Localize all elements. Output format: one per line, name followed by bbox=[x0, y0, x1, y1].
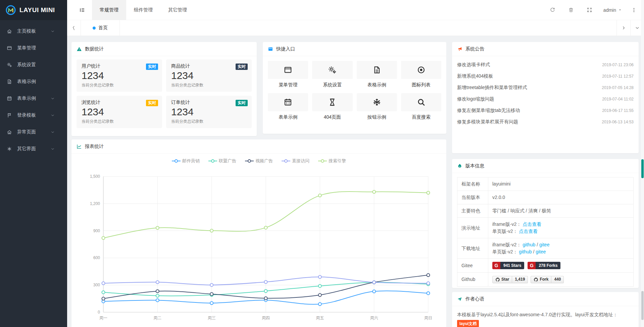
version-link[interactable]: gitee bbox=[536, 249, 546, 254]
notice-row[interactable]: 修改选项卡样式2019-07-11 23:06 bbox=[452, 59, 639, 71]
sidebar-item-4[interactable]: 表格示例 bbox=[0, 73, 67, 90]
notice-date: 2019-07-11 12:57 bbox=[602, 74, 634, 79]
chevron-down-icon bbox=[51, 96, 59, 100]
quick-entry-tile[interactable] bbox=[401, 93, 441, 111]
panel-title: 快捷入口 bbox=[276, 46, 295, 52]
version-link[interactable]: 点击查看 bbox=[523, 221, 541, 227]
calendar-icon bbox=[284, 98, 292, 107]
sidebar-item-label: 菜单管理 bbox=[17, 45, 36, 51]
version-link[interactable]: gitee bbox=[539, 242, 549, 247]
notice-row[interactable]: 修改logo缩放问题2019-07-04 11:02 bbox=[452, 93, 639, 105]
topnav-tab-1[interactable]: 常规管理 bbox=[92, 0, 126, 20]
sidebar-item-7[interactable]: 异常页面 bbox=[0, 124, 67, 140]
fullscreen-icon[interactable] bbox=[580, 7, 599, 13]
notice-row[interactable]: 修复多模块菜单栏展开有问题2019-06-13 14:53 bbox=[452, 116, 639, 128]
quick-entry-2[interactable]: 系统设置 bbox=[312, 61, 352, 88]
legend-label: 直接访问 bbox=[292, 158, 309, 164]
notice-row[interactable]: 新增treetable插件和菜单管理样式2019-07-05 14:28 bbox=[452, 82, 639, 93]
chevron-down-icon bbox=[51, 29, 59, 33]
gitee-badge[interactable]: G278 Forks bbox=[528, 262, 560, 269]
github-star-button[interactable]: Star bbox=[492, 276, 512, 283]
quick-entry-7[interactable]: 按钮示例 bbox=[357, 93, 397, 120]
refresh-icon[interactable] bbox=[543, 7, 562, 13]
quick-entry-5[interactable]: 表单示例 bbox=[268, 93, 308, 120]
topbar: 常规管理组件管理其它管理 admin bbox=[67, 0, 644, 20]
file-icon bbox=[373, 66, 381, 74]
scrollbar-thumb[interactable] bbox=[641, 159, 644, 178]
link-prefix: 单页版-v2： bbox=[492, 229, 519, 234]
gitee-badge[interactable]: G941 Stars bbox=[492, 262, 524, 269]
sidebar-item-3[interactable]: 系统设置 bbox=[0, 56, 67, 73]
author-words-body: 本模板基于layui2.5.4以及font-awesome-4.7.0进行实现。… bbox=[452, 306, 639, 327]
quick-entry-tile[interactable] bbox=[357, 93, 397, 111]
gitee-logo-icon: G bbox=[492, 262, 500, 269]
layui-doc-badge[interactable]: layui文档 bbox=[457, 320, 479, 327]
quick-entry-6[interactable]: 404页面 bbox=[312, 93, 352, 120]
version-link[interactable]: github bbox=[519, 249, 532, 254]
quick-entry-tile[interactable] bbox=[268, 93, 308, 111]
version-row-value: layuimini bbox=[488, 177, 634, 191]
github-widget: Star1,419 bbox=[492, 276, 528, 283]
tab-scroll-left-button[interactable] bbox=[67, 20, 81, 36]
quick-entry-tile[interactable] bbox=[357, 61, 397, 79]
version-link[interactable]: 点击查看 bbox=[519, 229, 538, 234]
quick-entry-tile[interactable] bbox=[312, 61, 352, 79]
ellipsis-v-icon[interactable] bbox=[627, 7, 639, 13]
octocat-icon bbox=[495, 277, 500, 282]
gears-icon bbox=[328, 66, 337, 74]
top-nav: 常规管理组件管理其它管理 bbox=[92, 0, 195, 20]
quick-entry-tile[interactable] bbox=[268, 61, 308, 79]
sidebar-item-5[interactable]: 表单示例 bbox=[0, 90, 67, 107]
fire-icon bbox=[457, 163, 462, 169]
file-icon bbox=[7, 79, 15, 84]
notice-date: 2019-07-05 14:28 bbox=[602, 85, 634, 90]
legend-item[interactable]: 视频广告 bbox=[245, 158, 273, 164]
bullhorn-icon bbox=[457, 46, 462, 52]
sidebar-item-2[interactable]: 菜单管理 bbox=[0, 40, 67, 56]
panel-quick-entry: 快捷入口 菜单管理系统设置表格示例图标列表表单示例404页面按钮示例百度搜索 bbox=[263, 42, 446, 134]
topnav-tab-3[interactable]: 其它管理 bbox=[160, 0, 195, 20]
trash-icon[interactable] bbox=[562, 7, 580, 13]
github-fork-button[interactable]: Fork bbox=[531, 276, 551, 283]
legend-item[interactable]: 联盟广告 bbox=[208, 158, 236, 164]
sidebar-item-label: 其它界面 bbox=[17, 146, 36, 152]
quick-entry-tile[interactable] bbox=[401, 61, 441, 79]
quick-entry-4[interactable]: 图标列表 bbox=[401, 61, 441, 88]
quick-entry-label: 百度搜索 bbox=[401, 114, 441, 120]
legend-item[interactable]: 搜索引擎 bbox=[318, 158, 346, 164]
menu-toggle-icon[interactable] bbox=[72, 0, 92, 20]
version-row: 主要特色零门槛 / 响应式 / 清爽 / 极简 bbox=[457, 204, 634, 218]
version-row: 下载地址iframe版-v2： github / gitee单页版-v2： gi… bbox=[457, 238, 634, 259]
stat-card-2: 商品统计1234当前分类总记录数实时 bbox=[166, 59, 252, 92]
github-count[interactable]: 1,419 bbox=[512, 276, 528, 283]
quick-entry-label: 图标列表 bbox=[401, 82, 441, 88]
quick-entry-tile[interactable] bbox=[312, 93, 352, 111]
tab-home[interactable]: 首页 bbox=[81, 20, 120, 36]
version-link[interactable]: github bbox=[523, 242, 535, 247]
version-row: 框架名称layuimini bbox=[457, 177, 634, 191]
tab-scroll-right-button[interactable] bbox=[616, 20, 630, 36]
author-line-1: 本模板基于layui2.5.4以及font-awesome-4.7.0进行实现。… bbox=[457, 310, 634, 319]
topnav-tab-2[interactable]: 组件管理 bbox=[126, 0, 160, 20]
sidebar-item-8[interactable]: 其它界面 bbox=[0, 140, 67, 157]
scrollbar-thumb-secondary[interactable] bbox=[641, 291, 644, 320]
legend-item[interactable]: 直接访问 bbox=[282, 158, 309, 164]
panel-title: 版本信息 bbox=[465, 163, 484, 169]
user-dropdown[interactable]: admin bbox=[599, 7, 627, 13]
github-count[interactable]: 440 bbox=[551, 276, 564, 283]
sidebar-item-1[interactable]: 主页模板 bbox=[0, 23, 67, 40]
realtime-badge: 实时 bbox=[236, 64, 248, 70]
notice-row[interactable]: 修复左侧菜单缩放tab无法移动2019-06-17 11:55 bbox=[452, 105, 639, 116]
svg-text:周一: 周一 bbox=[99, 316, 107, 320]
notice-date: 2019-06-13 14:53 bbox=[602, 120, 634, 124]
notice-row[interactable]: 新增系统404模板2019-07-11 12:57 bbox=[452, 71, 639, 82]
svg-text:300: 300 bbox=[93, 283, 100, 287]
gitee-badge-label: 941 Stars bbox=[500, 262, 524, 269]
quick-entry-1[interactable]: 菜单管理 bbox=[268, 61, 308, 88]
legend-item[interactable]: 邮件营销 bbox=[172, 158, 200, 164]
quick-entry-grid: 菜单管理系统设置表格示例图标列表表单示例404页面按钮示例百度搜索 bbox=[263, 56, 446, 125]
quick-entry-3[interactable]: 表格示例 bbox=[357, 61, 397, 88]
version-row-label: Gitee bbox=[457, 259, 488, 273]
sidebar-item-6[interactable]: 登录模板 bbox=[0, 107, 67, 124]
quick-entry-8[interactable]: 百度搜索 bbox=[401, 93, 441, 120]
